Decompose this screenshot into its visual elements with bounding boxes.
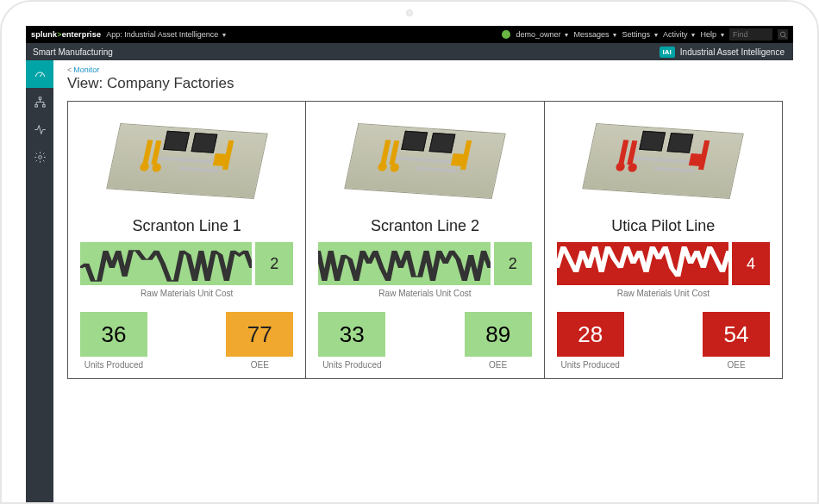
cost-sparkline [557, 242, 728, 285]
app-selector[interactable]: App: Industrial Asset Intelligence [106, 30, 226, 39]
factory-title: Scranton Line 2 [371, 217, 479, 235]
svg-line-2 [40, 73, 42, 77]
cost-sparkline [80, 242, 252, 285]
cost-current-value: 4 [732, 242, 770, 285]
nav-monitor[interactable] [26, 60, 53, 88]
factory-card[interactable]: Scranton Line 2 2 Raw Materials Unit Cos… [306, 102, 544, 378]
factory-title: Utica Pilot Line [611, 217, 715, 235]
user-menu[interactable]: demo_owner [516, 30, 568, 39]
workspace-selector[interactable]: Smart Manufacturing [33, 47, 113, 57]
cost-current-value: 2 [494, 242, 532, 285]
gauge-icon [34, 68, 47, 81]
oee-label: OEE [727, 360, 745, 370]
oee-value: 89 [465, 312, 532, 357]
search-icon[interactable] [778, 29, 788, 40]
chevron-left-icon: < [67, 65, 72, 74]
svg-rect-5 [42, 104, 45, 107]
product-badge: IAI [660, 47, 675, 58]
units-produced-label: Units Produced [322, 360, 381, 370]
brand-logo: splunk>enterprise [31, 30, 101, 39]
factory-title: Scranton Line 1 [133, 217, 241, 235]
device-camera [406, 9, 413, 16]
activity-icon [34, 123, 47, 136]
breadcrumb[interactable]: <Monitor [67, 65, 783, 74]
cost-label: Raw Materials Unit Cost [141, 289, 233, 298]
svg-rect-4 [34, 104, 37, 107]
units-produced-label: Units Produced [84, 360, 143, 370]
units-produced-value: 28 [557, 312, 624, 357]
app-subbar: Smart Manufacturing IAI Industrial Asset… [26, 43, 793, 60]
left-nav [26, 60, 53, 502]
user-avatar [502, 30, 510, 39]
oee-label: OEE [489, 360, 507, 370]
global-topbar: splunk>enterprise App: Industrial Asset … [26, 26, 793, 43]
cost-label: Raw Materials Unit Cost [617, 289, 710, 298]
nav-hierarchy[interactable] [26, 88, 53, 115]
page-title: View: Company Factories [67, 75, 783, 92]
product-name: Industrial Asset Intelligence [680, 47, 785, 57]
svg-point-6 [38, 155, 41, 159]
oee-value: 77 [226, 312, 293, 357]
oee-label: OEE [251, 360, 269, 370]
svg-line-1 [785, 36, 786, 38]
cost-sparkline [318, 242, 490, 285]
factory-thumbnail [105, 114, 269, 208]
nav-activity[interactable] [26, 115, 53, 143]
factory-cards: Scranton Line 1 2 Raw Materials Unit Cos… [67, 101, 783, 379]
settings-menu[interactable]: Settings [622, 30, 658, 39]
svg-point-0 [780, 32, 785, 37]
gear-icon [34, 151, 47, 164]
units-produced-label: Units Produced [560, 360, 619, 370]
find-input[interactable] [729, 28, 772, 40]
activity-menu[interactable]: Activity [663, 30, 696, 39]
factory-thumbnail [343, 114, 507, 208]
units-produced-value: 36 [80, 312, 147, 357]
messages-menu[interactable]: Messages [573, 30, 616, 39]
help-menu[interactable]: Help [700, 30, 724, 39]
factory-thumbnail [581, 114, 745, 208]
nav-settings[interactable] [26, 143, 53, 171]
cost-current-value: 2 [255, 242, 293, 285]
oee-value: 54 [703, 312, 770, 357]
units-produced-value: 33 [318, 312, 385, 357]
cost-label: Raw Materials Unit Cost [378, 289, 471, 298]
tree-icon [34, 96, 47, 109]
factory-card[interactable]: Scranton Line 1 2 Raw Materials Unit Cos… [68, 102, 306, 378]
svg-rect-3 [39, 96, 41, 99]
factory-card[interactable]: Utica Pilot Line 4 Raw Materials Unit Co… [545, 102, 783, 378]
